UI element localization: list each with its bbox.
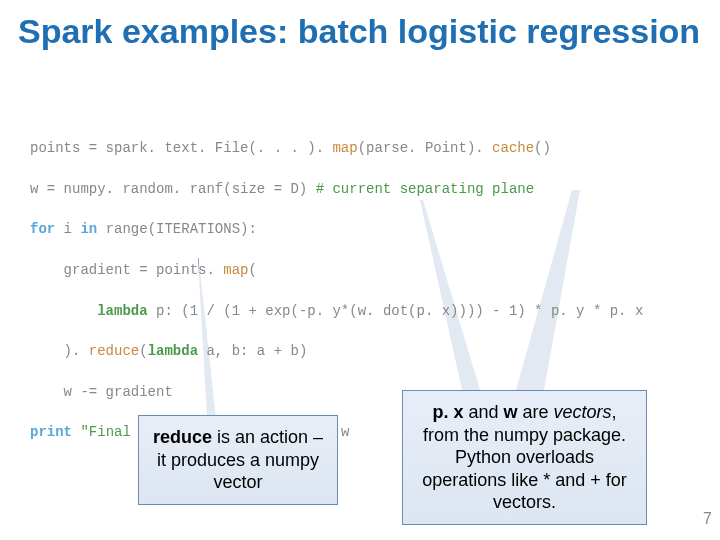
- callout-text: and: [463, 402, 503, 422]
- callout-bold: p. x: [432, 402, 463, 422]
- code-keyword: for: [30, 221, 55, 237]
- code-method: cache: [492, 140, 534, 156]
- code-comment: # current separating plane: [316, 181, 534, 197]
- code-text: [30, 303, 97, 319]
- code-text: (: [139, 343, 147, 359]
- code-method: map: [223, 262, 248, 278]
- code-keyword: lambda: [148, 343, 198, 359]
- code-text: points = spark. text. File(. . . ).: [30, 140, 332, 156]
- code-text: ).: [30, 343, 89, 359]
- code-method: map: [332, 140, 357, 156]
- page-number: 7: [703, 510, 712, 528]
- code-text: i: [55, 221, 80, 237]
- code-text: range(ITERATIONS):: [97, 221, 257, 237]
- callout-bold: reduce: [153, 427, 212, 447]
- code-text: p: (1 / (1 + exp(-p. y*(w. dot(p. x)))) …: [148, 303, 644, 319]
- code-text: gradient = points.: [30, 262, 223, 278]
- slide-title: Spark examples: batch logistic regressio…: [0, 0, 720, 51]
- callout-reduce: reduce is an action – it produces a nump…: [138, 415, 338, 505]
- callout-italic: vectors: [554, 402, 612, 422]
- code-text: w = numpy. random. ranf(size = D): [30, 181, 316, 197]
- code-text: a, b: a + b): [198, 343, 307, 359]
- code-text: (): [534, 140, 551, 156]
- code-keyword: print: [30, 424, 72, 440]
- code-keyword: lambda: [97, 303, 147, 319]
- code-method: reduce: [89, 343, 139, 359]
- code-text: w -= gradient: [30, 384, 173, 400]
- code-text: (: [248, 262, 256, 278]
- callout-bold: w: [503, 402, 517, 422]
- code-keyword: in: [80, 221, 97, 237]
- callout-vectors: p. x and w are vectors, from the numpy p…: [402, 390, 647, 525]
- code-text: (parse. Point).: [358, 140, 492, 156]
- callout-text: are: [518, 402, 554, 422]
